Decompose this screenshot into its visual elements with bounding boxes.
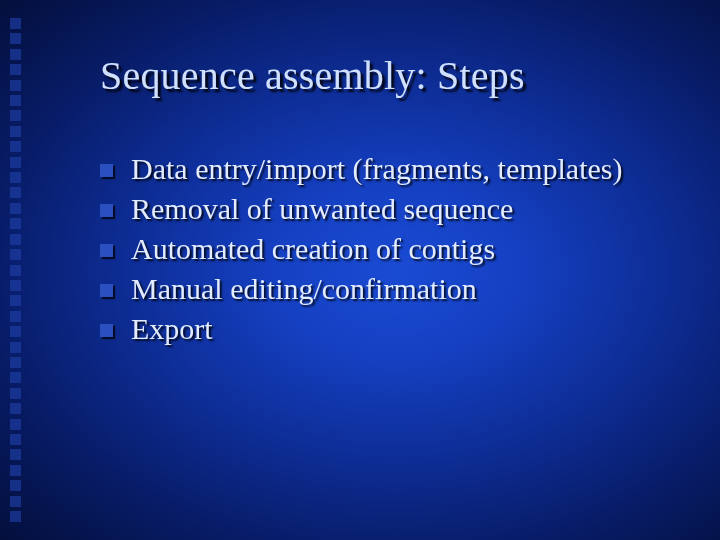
deco-square xyxy=(10,403,21,414)
square-bullet-icon xyxy=(100,164,113,177)
deco-square xyxy=(10,342,21,353)
square-bullet-icon xyxy=(100,284,113,297)
deco-square xyxy=(10,465,21,476)
deco-square xyxy=(10,496,21,507)
list-item-label: Manual editing/confirmation xyxy=(131,270,477,308)
deco-square xyxy=(10,434,21,445)
deco-square xyxy=(10,172,21,183)
deco-square xyxy=(10,295,21,306)
deco-square xyxy=(10,49,21,60)
deco-square xyxy=(10,33,21,44)
deco-square xyxy=(10,326,21,337)
square-bullet-icon xyxy=(100,324,113,337)
deco-square xyxy=(10,249,21,260)
deco-square xyxy=(10,372,21,383)
deco-square xyxy=(10,280,21,291)
deco-square xyxy=(10,419,21,430)
deco-square xyxy=(10,357,21,368)
deco-square xyxy=(10,480,21,491)
deco-square xyxy=(10,110,21,121)
list-item: Automated creation of contigs xyxy=(100,230,680,268)
deco-square xyxy=(10,203,21,214)
deco-square xyxy=(10,449,21,460)
deco-square xyxy=(10,218,21,229)
deco-square xyxy=(10,388,21,399)
slide-body: Data entry/import (fragments, templates)… xyxy=(100,150,680,350)
deco-square xyxy=(10,265,21,276)
list-item-label: Automated creation of contigs xyxy=(131,230,495,268)
deco-square xyxy=(10,187,21,198)
list-item-label: Removal of unwanted sequence xyxy=(131,190,513,228)
list-item: Manual editing/confirmation xyxy=(100,270,680,308)
deco-square xyxy=(10,141,21,152)
deco-square xyxy=(10,157,21,168)
deco-square xyxy=(10,18,21,29)
list-item-label: Data entry/import (fragments, templates) xyxy=(131,150,623,188)
square-bullet-icon xyxy=(100,204,113,217)
list-item-label: Export xyxy=(131,310,213,348)
list-item: Removal of unwanted sequence xyxy=(100,190,680,228)
slide-title: Sequence assembly: Steps xyxy=(100,55,525,97)
list-item: Export xyxy=(100,310,680,348)
decorative-left-squares xyxy=(10,18,24,522)
deco-square xyxy=(10,234,21,245)
slide: Sequence assembly: Steps Data entry/impo… xyxy=(0,0,720,540)
deco-square xyxy=(10,95,21,106)
list-item: Data entry/import (fragments, templates) xyxy=(100,150,680,188)
deco-square xyxy=(10,80,21,91)
deco-square xyxy=(10,511,21,522)
deco-square xyxy=(10,64,21,75)
square-bullet-icon xyxy=(100,244,113,257)
deco-square xyxy=(10,126,21,137)
deco-square xyxy=(10,311,21,322)
